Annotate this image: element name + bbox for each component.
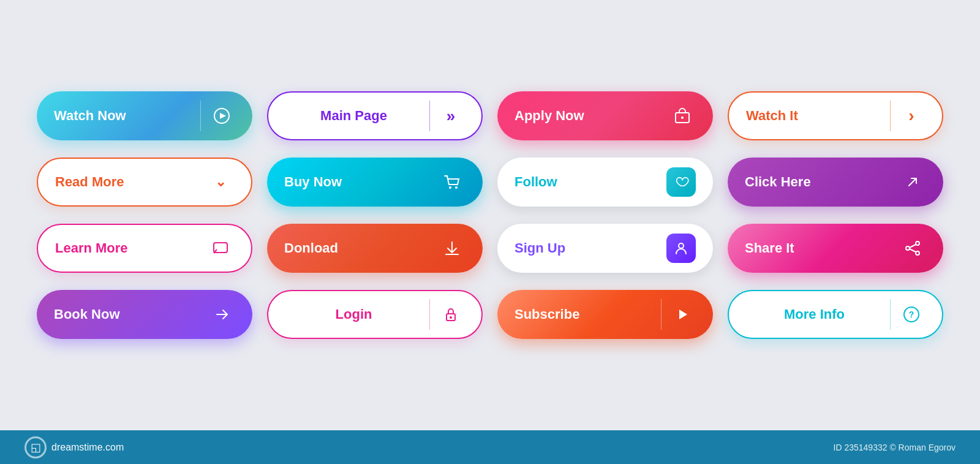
learn-more-icon xyxy=(207,235,234,262)
login-button[interactable]: Login xyxy=(267,290,483,339)
download-icon xyxy=(439,235,466,262)
image-id: ID 235149332 xyxy=(834,443,888,452)
svg-point-4 xyxy=(449,186,451,189)
sign-up-label: Sign Up xyxy=(514,240,666,256)
watch-now-icon xyxy=(208,102,235,129)
sign-up-icon xyxy=(666,234,696,263)
svg-point-7 xyxy=(679,243,684,248)
author-name: © Roman Egorov xyxy=(889,443,956,452)
book-now-icon xyxy=(208,301,235,328)
share-it-icon xyxy=(899,235,926,262)
share-it-button[interactable]: Share It xyxy=(728,224,943,273)
svg-point-3 xyxy=(681,116,684,119)
buy-now-label: Buy Now xyxy=(284,174,439,190)
watch-now-divider xyxy=(200,101,201,131)
learn-more-button[interactable]: Learn More xyxy=(37,224,252,273)
watch-it-icon: › xyxy=(898,102,925,129)
read-more-label: Read More xyxy=(55,174,207,190)
brand-area: ◱ dreamstime.com xyxy=(24,436,124,458)
subscribe-divider xyxy=(661,299,662,330)
watch-now-button[interactable]: Watch Now xyxy=(37,91,252,140)
dreamstime-icon: ◱ xyxy=(24,436,47,458)
more-info-label: More Info xyxy=(746,306,883,322)
subscribe-label: Subscribe xyxy=(514,306,654,322)
login-divider xyxy=(429,299,430,330)
follow-button[interactable]: Follow xyxy=(497,158,713,207)
apply-now-icon xyxy=(669,102,696,129)
click-here-icon xyxy=(899,169,926,196)
more-info-divider xyxy=(890,299,891,330)
copyright-area: ID 235149332 © Roman Egorov xyxy=(834,443,956,452)
subscribe-button[interactable]: Subscribe xyxy=(497,290,713,339)
subscribe-icon xyxy=(669,301,696,328)
svg-text:?: ? xyxy=(909,310,914,319)
more-info-icon: ? xyxy=(898,301,925,328)
footer-bar: ◱ dreamstime.com ID 235149332 © Roman Eg… xyxy=(0,430,980,464)
svg-marker-13 xyxy=(679,310,687,319)
share-it-label: Share It xyxy=(745,240,899,256)
more-info-button[interactable]: More Info ? xyxy=(728,290,943,339)
follow-icon xyxy=(666,167,696,197)
apply-now-button[interactable]: Apply Now xyxy=(497,91,713,140)
click-here-button[interactable]: Click Here xyxy=(728,158,943,207)
button-showcase: Watch Now Main Page » Apply Now xyxy=(0,0,980,430)
svg-point-12 xyxy=(450,316,452,319)
svg-marker-1 xyxy=(220,113,226,119)
watch-it-divider xyxy=(890,101,891,131)
main-page-button[interactable]: Main Page » xyxy=(267,91,483,140)
book-now-label: Book Now xyxy=(54,306,208,322)
main-page-label: Main Page xyxy=(285,108,422,124)
main-page-divider xyxy=(429,101,430,131)
click-here-label: Click Here xyxy=(745,174,899,190)
learn-more-label: Learn More xyxy=(55,240,207,256)
book-now-button[interactable]: Book Now xyxy=(37,290,252,339)
sign-up-button[interactable]: Sign Up xyxy=(497,224,713,273)
read-more-icon: ⌄ xyxy=(207,169,234,196)
main-page-icon: » xyxy=(437,102,464,129)
apply-now-label: Apply Now xyxy=(514,108,669,124)
buy-now-button[interactable]: Buy Now xyxy=(267,158,483,207)
login-label: Login xyxy=(285,306,422,322)
watch-it-button[interactable]: Watch It › xyxy=(728,91,943,140)
watch-it-label: Watch It xyxy=(746,108,883,124)
follow-label: Follow xyxy=(514,174,666,190)
download-button[interactable]: Donload xyxy=(267,224,483,273)
download-label: Donload xyxy=(284,240,439,256)
svg-point-5 xyxy=(455,186,458,189)
svg-point-10 xyxy=(906,246,910,250)
watch-now-label: Watch Now xyxy=(54,108,193,124)
brand-name: dreamstime.com xyxy=(51,442,124,453)
svg-point-9 xyxy=(916,251,919,255)
buy-now-icon xyxy=(439,169,466,196)
svg-point-8 xyxy=(916,242,919,245)
login-icon xyxy=(437,301,464,328)
button-grid: Watch Now Main Page » Apply Now xyxy=(37,91,943,339)
read-more-button[interactable]: Read More ⌄ xyxy=(37,158,252,207)
